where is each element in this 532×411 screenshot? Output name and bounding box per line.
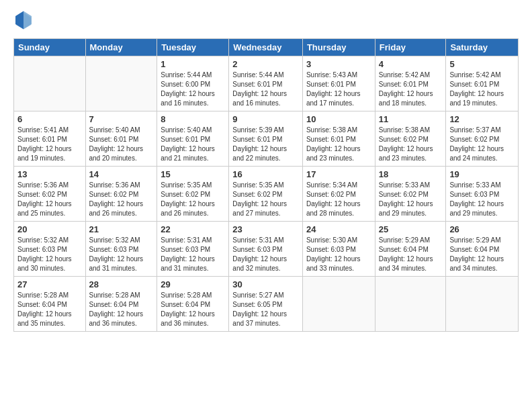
day-number: 29 (161, 279, 225, 289)
day-info: Sunrise: 5:35 AM Sunset: 6:02 PM Dayligh… (232, 181, 299, 218)
day-number: 16 (232, 169, 299, 179)
day-number: 11 (379, 114, 443, 124)
day-number: 2 (232, 59, 299, 69)
weekday-header-thursday: Thursday (302, 39, 375, 56)
day-number: 23 (232, 224, 299, 234)
header (13, 10, 519, 30)
day-number: 18 (379, 169, 443, 179)
calendar-cell: 24Sunrise: 5:30 AM Sunset: 6:03 PM Dayli… (302, 222, 375, 277)
weekday-header-wednesday: Wednesday (229, 39, 303, 56)
day-number: 28 (89, 279, 154, 289)
day-info: Sunrise: 5:42 AM Sunset: 6:01 PM Dayligh… (449, 71, 515, 108)
day-info: Sunrise: 5:43 AM Sunset: 6:01 PM Dayligh… (306, 71, 371, 108)
day-info: Sunrise: 5:40 AM Sunset: 6:01 PM Dayligh… (89, 126, 154, 163)
day-info: Sunrise: 5:41 AM Sunset: 6:01 PM Dayligh… (17, 126, 82, 163)
calendar-cell: 4Sunrise: 5:42 AM Sunset: 6:01 PM Daylig… (375, 56, 446, 111)
calendar-cell: 19Sunrise: 5:33 AM Sunset: 6:03 PM Dayli… (446, 167, 519, 222)
day-number: 24 (306, 224, 371, 234)
weekday-header-tuesday: Tuesday (157, 39, 229, 56)
day-number: 1 (161, 59, 225, 69)
calendar-cell: 3Sunrise: 5:43 AM Sunset: 6:01 PM Daylig… (302, 56, 375, 111)
day-info: Sunrise: 5:28 AM Sunset: 6:04 PM Dayligh… (89, 291, 154, 328)
day-number: 21 (89, 224, 154, 234)
calendar-table: SundayMondayTuesdayWednesdayThursdayFrid… (13, 38, 519, 332)
day-number: 20 (17, 224, 82, 234)
calendar-cell: 13Sunrise: 5:36 AM Sunset: 6:02 PM Dayli… (14, 167, 86, 222)
day-number: 13 (17, 169, 82, 179)
calendar-cell: 26Sunrise: 5:29 AM Sunset: 6:04 PM Dayli… (446, 222, 519, 277)
week-row-2: 6Sunrise: 5:41 AM Sunset: 6:01 PM Daylig… (14, 111, 519, 167)
day-number: 19 (449, 169, 515, 179)
day-info: Sunrise: 5:36 AM Sunset: 6:02 PM Dayligh… (89, 181, 154, 218)
day-number: 6 (17, 114, 82, 124)
day-number: 17 (306, 169, 371, 179)
calendar-cell: 8Sunrise: 5:40 AM Sunset: 6:01 PM Daylig… (157, 111, 229, 167)
weekday-header-friday: Friday (375, 39, 446, 56)
day-info: Sunrise: 5:37 AM Sunset: 6:02 PM Dayligh… (449, 126, 515, 163)
day-number: 8 (161, 114, 225, 124)
calendar-cell: 9Sunrise: 5:39 AM Sunset: 6:01 PM Daylig… (229, 111, 303, 167)
day-info: Sunrise: 5:34 AM Sunset: 6:02 PM Dayligh… (306, 181, 371, 218)
day-info: Sunrise: 5:44 AM Sunset: 6:00 PM Dayligh… (161, 71, 225, 108)
calendar-cell (302, 277, 375, 332)
logo-icon (13, 10, 34, 30)
day-number: 14 (89, 169, 154, 179)
day-info: Sunrise: 5:33 AM Sunset: 6:02 PM Dayligh… (379, 181, 443, 218)
calendar-cell: 17Sunrise: 5:34 AM Sunset: 6:02 PM Dayli… (302, 167, 375, 222)
calendar-cell: 1Sunrise: 5:44 AM Sunset: 6:00 PM Daylig… (157, 56, 229, 111)
week-row-3: 13Sunrise: 5:36 AM Sunset: 6:02 PM Dayli… (14, 167, 519, 222)
calendar-cell: 22Sunrise: 5:31 AM Sunset: 6:03 PM Dayli… (157, 222, 229, 277)
day-info: Sunrise: 5:28 AM Sunset: 6:04 PM Dayligh… (161, 291, 225, 328)
day-number: 7 (89, 114, 154, 124)
week-row-5: 27Sunrise: 5:28 AM Sunset: 6:04 PM Dayli… (14, 277, 519, 332)
day-info: Sunrise: 5:27 AM Sunset: 6:05 PM Dayligh… (232, 291, 299, 328)
calendar-cell: 11Sunrise: 5:38 AM Sunset: 6:02 PM Dayli… (375, 111, 446, 167)
page: SundayMondayTuesdayWednesdayThursdayFrid… (0, 0, 532, 411)
calendar-cell: 29Sunrise: 5:28 AM Sunset: 6:04 PM Dayli… (157, 277, 229, 332)
day-info: Sunrise: 5:36 AM Sunset: 6:02 PM Dayligh… (17, 181, 82, 218)
day-number: 15 (161, 169, 225, 179)
weekday-header-sunday: Sunday (14, 39, 86, 56)
calendar-cell (14, 56, 86, 111)
day-number: 26 (449, 224, 515, 234)
day-number: 25 (379, 224, 443, 234)
day-number: 5 (449, 59, 515, 69)
week-row-1: 1Sunrise: 5:44 AM Sunset: 6:00 PM Daylig… (14, 56, 519, 111)
calendar-cell: 5Sunrise: 5:42 AM Sunset: 6:01 PM Daylig… (446, 56, 519, 111)
calendar-cell: 23Sunrise: 5:31 AM Sunset: 6:03 PM Dayli… (229, 222, 303, 277)
calendar-cell: 12Sunrise: 5:37 AM Sunset: 6:02 PM Dayli… (446, 111, 519, 167)
day-info: Sunrise: 5:35 AM Sunset: 6:02 PM Dayligh… (161, 181, 225, 218)
calendar-cell: 6Sunrise: 5:41 AM Sunset: 6:01 PM Daylig… (14, 111, 86, 167)
calendar-cell: 25Sunrise: 5:29 AM Sunset: 6:04 PM Dayli… (375, 222, 446, 277)
logo (13, 10, 36, 30)
calendar-cell: 7Sunrise: 5:40 AM Sunset: 6:01 PM Daylig… (85, 111, 157, 167)
svg-marker-2 (15, 11, 24, 30)
svg-marker-1 (24, 11, 32, 30)
calendar-cell (446, 277, 519, 332)
weekday-header-row: SundayMondayTuesdayWednesdayThursdayFrid… (14, 39, 519, 56)
day-info: Sunrise: 5:31 AM Sunset: 6:03 PM Dayligh… (161, 236, 225, 273)
day-info: Sunrise: 5:32 AM Sunset: 6:03 PM Dayligh… (89, 236, 154, 273)
calendar-cell: 20Sunrise: 5:32 AM Sunset: 6:03 PM Dayli… (14, 222, 86, 277)
weekday-header-saturday: Saturday (446, 39, 519, 56)
day-number: 3 (306, 59, 371, 69)
day-info: Sunrise: 5:29 AM Sunset: 6:04 PM Dayligh… (449, 236, 515, 273)
calendar-cell: 18Sunrise: 5:33 AM Sunset: 6:02 PM Dayli… (375, 167, 446, 222)
calendar-cell: 2Sunrise: 5:44 AM Sunset: 6:01 PM Daylig… (229, 56, 303, 111)
calendar-cell: 16Sunrise: 5:35 AM Sunset: 6:02 PM Dayli… (229, 167, 303, 222)
day-number: 30 (232, 279, 299, 289)
day-info: Sunrise: 5:42 AM Sunset: 6:01 PM Dayligh… (379, 71, 443, 108)
calendar-cell (375, 277, 446, 332)
day-number: 12 (449, 114, 515, 124)
calendar-cell: 21Sunrise: 5:32 AM Sunset: 6:03 PM Dayli… (85, 222, 157, 277)
calendar-cell (85, 56, 157, 111)
day-number: 27 (17, 279, 82, 289)
day-info: Sunrise: 5:44 AM Sunset: 6:01 PM Dayligh… (232, 71, 299, 108)
week-row-4: 20Sunrise: 5:32 AM Sunset: 6:03 PM Dayli… (14, 222, 519, 277)
calendar-cell: 14Sunrise: 5:36 AM Sunset: 6:02 PM Dayli… (85, 167, 157, 222)
calendar-cell: 15Sunrise: 5:35 AM Sunset: 6:02 PM Dayli… (157, 167, 229, 222)
day-info: Sunrise: 5:38 AM Sunset: 6:01 PM Dayligh… (306, 126, 371, 163)
day-info: Sunrise: 5:30 AM Sunset: 6:03 PM Dayligh… (306, 236, 371, 273)
day-number: 9 (232, 114, 299, 124)
day-number: 4 (379, 59, 443, 69)
